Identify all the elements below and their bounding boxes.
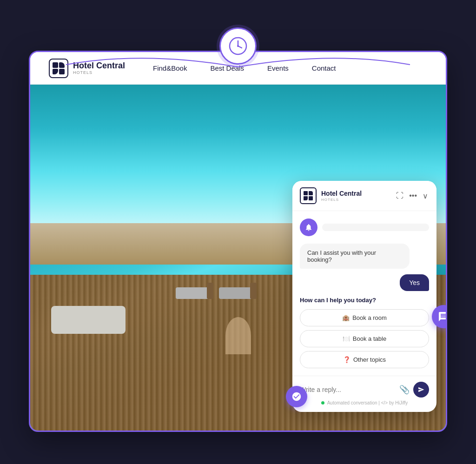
lounge-chair-2	[219, 287, 254, 299]
chat-hotel-info: Hotel Central Hotels	[321, 190, 390, 202]
chat-hotel-sub: Hotels	[321, 198, 390, 202]
chat-body: Can I assist you with your booking? Yes …	[292, 211, 436, 376]
footer-actions: 📎	[399, 382, 429, 398]
send-button[interactable]	[413, 382, 429, 398]
person-silhouette	[225, 317, 251, 354]
user-reply-row: Yes	[300, 274, 429, 291]
chat-logo-cell-br	[309, 196, 313, 200]
book-table-emoji: 🍽️	[343, 335, 350, 342]
bell-icon	[304, 223, 313, 232]
chat-logo-cell-tr	[309, 191, 313, 195]
clock-icon	[228, 36, 248, 56]
bell-icon-button[interactable]	[300, 219, 317, 236]
lounge-chair-1	[176, 287, 211, 299]
book-room-emoji: 🏨	[342, 314, 350, 321]
help-question: How can I help you today?	[300, 297, 429, 304]
other-topics-button[interactable]: ❓ Other topics	[300, 351, 429, 368]
notification-bubble	[322, 224, 429, 231]
chat-logo	[300, 187, 317, 204]
browser-window: Hotel Central Hotels Find&Book Best Deal…	[29, 51, 447, 432]
hero-area: Hotel Central Hotels ⛶ ••• ∨	[30, 85, 446, 431]
notification-row	[300, 219, 429, 236]
chat-logo-cell-bl	[304, 196, 308, 200]
reply-area: 📎	[300, 382, 429, 398]
lounge-chairs-area	[176, 287, 254, 299]
left-chaise	[51, 306, 126, 334]
book-table-label: Book a table	[353, 335, 386, 342]
chatbot-trigger-icon	[291, 391, 302, 402]
other-topics-label: Other topics	[353, 356, 386, 363]
more-options-button[interactable]: •••	[408, 191, 418, 201]
collapse-button[interactable]: ∨	[422, 191, 429, 201]
svg-point-3	[237, 45, 239, 47]
chat-header: Hotel Central Hotels ⛶ ••• ∨	[292, 181, 436, 211]
book-table-button[interactable]: 🍽️ Book a table	[300, 330, 429, 347]
send-icon	[418, 386, 424, 393]
book-room-label: Book a room	[352, 314, 387, 321]
chat-header-actions: ⛶ ••• ∨	[395, 191, 429, 201]
powered-text: Automated conversation | </> by HiJiffy	[327, 400, 408, 405]
float-chatbot-icon	[438, 311, 446, 322]
user-message-yes: Yes	[400, 274, 429, 291]
clock-badge	[219, 27, 257, 65]
expand-button[interactable]: ⛶	[395, 191, 404, 201]
powered-by: Automated conversation | </> by HiJiffy	[300, 398, 429, 406]
chat-trigger-button[interactable]	[286, 386, 307, 407]
chat-hotel-name: Hotel Central	[321, 190, 390, 198]
help-section: How can I help you today? 🏨 Book a room …	[300, 297, 429, 368]
status-dot	[321, 401, 324, 404]
chat-widget: Hotel Central Hotels ⛶ ••• ∨	[292, 181, 436, 412]
chat-footer: 📎 Automated conversation | </> by HiJiff…	[292, 376, 436, 412]
reply-input[interactable]	[300, 386, 395, 393]
book-room-button[interactable]: 🏨 Book a room	[300, 309, 429, 326]
attach-button[interactable]: 📎	[399, 384, 410, 395]
other-topics-emoji: ❓	[343, 356, 350, 363]
bot-message-booking: Can I assist you with your booking?	[300, 244, 410, 269]
chat-logo-cell-tl	[304, 191, 308, 195]
